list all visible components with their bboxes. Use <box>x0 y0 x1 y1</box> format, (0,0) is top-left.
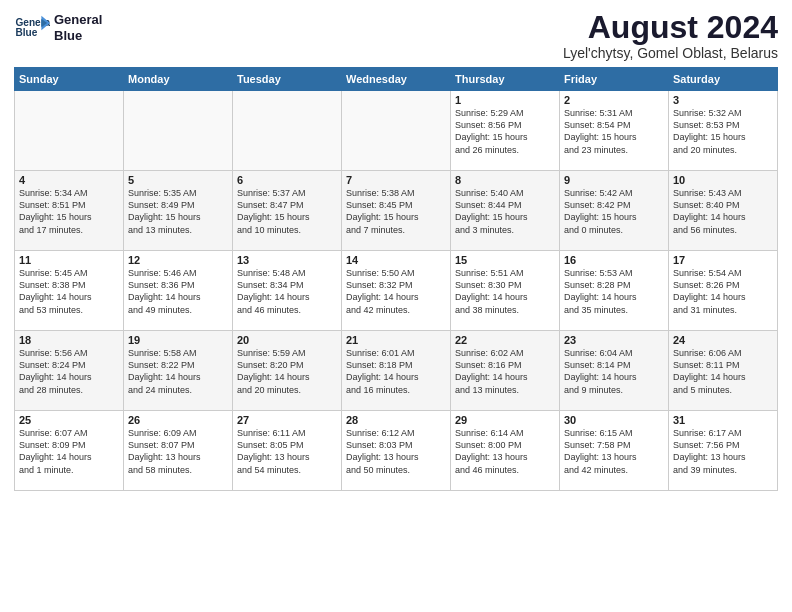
day-number: 16 <box>564 254 664 266</box>
calendar-cell: 10Sunrise: 5:43 AM Sunset: 8:40 PM Dayli… <box>669 171 778 251</box>
logo: General Blue General Blue <box>14 10 102 46</box>
calendar-page: General Blue General Blue August 2024 Ly… <box>0 0 792 612</box>
day-number: 23 <box>564 334 664 346</box>
calendar-table: SundayMondayTuesdayWednesdayThursdayFrid… <box>14 67 778 491</box>
cell-info: Sunrise: 6:07 AM Sunset: 8:09 PM Dayligh… <box>19 427 119 476</box>
cell-info: Sunrise: 5:31 AM Sunset: 8:54 PM Dayligh… <box>564 107 664 156</box>
day-number: 2 <box>564 94 664 106</box>
cell-info: Sunrise: 5:51 AM Sunset: 8:30 PM Dayligh… <box>455 267 555 316</box>
day-number: 4 <box>19 174 119 186</box>
calendar-cell: 14Sunrise: 5:50 AM Sunset: 8:32 PM Dayli… <box>342 251 451 331</box>
day-number: 28 <box>346 414 446 426</box>
calendar-cell: 19Sunrise: 5:58 AM Sunset: 8:22 PM Dayli… <box>124 331 233 411</box>
calendar-cell: 7Sunrise: 5:38 AM Sunset: 8:45 PM Daylig… <box>342 171 451 251</box>
cell-info: Sunrise: 5:50 AM Sunset: 8:32 PM Dayligh… <box>346 267 446 316</box>
calendar-cell: 6Sunrise: 5:37 AM Sunset: 8:47 PM Daylig… <box>233 171 342 251</box>
day-number: 20 <box>237 334 337 346</box>
title-block: August 2024 Lyel'chytsy, Gomel Oblast, B… <box>563 10 778 61</box>
cell-info: Sunrise: 5:56 AM Sunset: 8:24 PM Dayligh… <box>19 347 119 396</box>
cell-info: Sunrise: 6:12 AM Sunset: 8:03 PM Dayligh… <box>346 427 446 476</box>
column-header-sunday: Sunday <box>15 68 124 91</box>
calendar-cell: 5Sunrise: 5:35 AM Sunset: 8:49 PM Daylig… <box>124 171 233 251</box>
day-number: 14 <box>346 254 446 266</box>
cell-info: Sunrise: 5:35 AM Sunset: 8:49 PM Dayligh… <box>128 187 228 236</box>
day-number: 12 <box>128 254 228 266</box>
cell-info: Sunrise: 5:40 AM Sunset: 8:44 PM Dayligh… <box>455 187 555 236</box>
calendar-cell: 24Sunrise: 6:06 AM Sunset: 8:11 PM Dayli… <box>669 331 778 411</box>
day-number: 3 <box>673 94 773 106</box>
day-number: 7 <box>346 174 446 186</box>
logo-text: General Blue <box>54 12 102 43</box>
calendar-cell <box>233 91 342 171</box>
svg-text:Blue: Blue <box>15 27 37 38</box>
calendar-cell <box>342 91 451 171</box>
column-header-tuesday: Tuesday <box>233 68 342 91</box>
calendar-cell: 31Sunrise: 6:17 AM Sunset: 7:56 PM Dayli… <box>669 411 778 491</box>
calendar-cell: 17Sunrise: 5:54 AM Sunset: 8:26 PM Dayli… <box>669 251 778 331</box>
calendar-cell: 15Sunrise: 5:51 AM Sunset: 8:30 PM Dayli… <box>451 251 560 331</box>
column-header-saturday: Saturday <box>669 68 778 91</box>
cell-info: Sunrise: 6:14 AM Sunset: 8:00 PM Dayligh… <box>455 427 555 476</box>
calendar-cell: 12Sunrise: 5:46 AM Sunset: 8:36 PM Dayli… <box>124 251 233 331</box>
cell-info: Sunrise: 5:54 AM Sunset: 8:26 PM Dayligh… <box>673 267 773 316</box>
day-number: 10 <box>673 174 773 186</box>
cell-info: Sunrise: 6:11 AM Sunset: 8:05 PM Dayligh… <box>237 427 337 476</box>
calendar-cell: 2Sunrise: 5:31 AM Sunset: 8:54 PM Daylig… <box>560 91 669 171</box>
cell-info: Sunrise: 5:58 AM Sunset: 8:22 PM Dayligh… <box>128 347 228 396</box>
calendar-cell: 21Sunrise: 6:01 AM Sunset: 8:18 PM Dayli… <box>342 331 451 411</box>
cell-info: Sunrise: 5:48 AM Sunset: 8:34 PM Dayligh… <box>237 267 337 316</box>
cell-info: Sunrise: 6:15 AM Sunset: 7:58 PM Dayligh… <box>564 427 664 476</box>
day-number: 6 <box>237 174 337 186</box>
day-number: 13 <box>237 254 337 266</box>
column-header-friday: Friday <box>560 68 669 91</box>
cell-info: Sunrise: 6:09 AM Sunset: 8:07 PM Dayligh… <box>128 427 228 476</box>
day-number: 5 <box>128 174 228 186</box>
cell-info: Sunrise: 5:38 AM Sunset: 8:45 PM Dayligh… <box>346 187 446 236</box>
header-row: SundayMondayTuesdayWednesdayThursdayFrid… <box>15 68 778 91</box>
calendar-cell <box>15 91 124 171</box>
column-header-wednesday: Wednesday <box>342 68 451 91</box>
cell-info: Sunrise: 6:02 AM Sunset: 8:16 PM Dayligh… <box>455 347 555 396</box>
logo-icon: General Blue <box>14 10 50 46</box>
calendar-cell: 9Sunrise: 5:42 AM Sunset: 8:42 PM Daylig… <box>560 171 669 251</box>
day-number: 22 <box>455 334 555 346</box>
day-number: 25 <box>19 414 119 426</box>
calendar-cell <box>124 91 233 171</box>
day-number: 24 <box>673 334 773 346</box>
cell-info: Sunrise: 5:53 AM Sunset: 8:28 PM Dayligh… <box>564 267 664 316</box>
page-header: General Blue General Blue August 2024 Ly… <box>14 10 778 61</box>
cell-info: Sunrise: 5:59 AM Sunset: 8:20 PM Dayligh… <box>237 347 337 396</box>
calendar-cell: 23Sunrise: 6:04 AM Sunset: 8:14 PM Dayli… <box>560 331 669 411</box>
day-number: 9 <box>564 174 664 186</box>
calendar-cell: 28Sunrise: 6:12 AM Sunset: 8:03 PM Dayli… <box>342 411 451 491</box>
day-number: 26 <box>128 414 228 426</box>
cell-info: Sunrise: 5:45 AM Sunset: 8:38 PM Dayligh… <box>19 267 119 316</box>
calendar-cell: 27Sunrise: 6:11 AM Sunset: 8:05 PM Dayli… <box>233 411 342 491</box>
day-number: 11 <box>19 254 119 266</box>
cell-info: Sunrise: 5:37 AM Sunset: 8:47 PM Dayligh… <box>237 187 337 236</box>
calendar-cell: 18Sunrise: 5:56 AM Sunset: 8:24 PM Dayli… <box>15 331 124 411</box>
day-number: 18 <box>19 334 119 346</box>
calendar-cell: 13Sunrise: 5:48 AM Sunset: 8:34 PM Dayli… <box>233 251 342 331</box>
calendar-cell: 16Sunrise: 5:53 AM Sunset: 8:28 PM Dayli… <box>560 251 669 331</box>
calendar-cell: 11Sunrise: 5:45 AM Sunset: 8:38 PM Dayli… <box>15 251 124 331</box>
cell-info: Sunrise: 6:01 AM Sunset: 8:18 PM Dayligh… <box>346 347 446 396</box>
week-row-2: 4Sunrise: 5:34 AM Sunset: 8:51 PM Daylig… <box>15 171 778 251</box>
calendar-cell: 4Sunrise: 5:34 AM Sunset: 8:51 PM Daylig… <box>15 171 124 251</box>
main-title: August 2024 <box>563 10 778 45</box>
cell-info: Sunrise: 6:04 AM Sunset: 8:14 PM Dayligh… <box>564 347 664 396</box>
calendar-cell: 8Sunrise: 5:40 AM Sunset: 8:44 PM Daylig… <box>451 171 560 251</box>
calendar-cell: 1Sunrise: 5:29 AM Sunset: 8:56 PM Daylig… <box>451 91 560 171</box>
day-number: 30 <box>564 414 664 426</box>
week-row-5: 25Sunrise: 6:07 AM Sunset: 8:09 PM Dayli… <box>15 411 778 491</box>
day-number: 21 <box>346 334 446 346</box>
week-row-3: 11Sunrise: 5:45 AM Sunset: 8:38 PM Dayli… <box>15 251 778 331</box>
day-number: 27 <box>237 414 337 426</box>
calendar-cell: 26Sunrise: 6:09 AM Sunset: 8:07 PM Dayli… <box>124 411 233 491</box>
column-header-thursday: Thursday <box>451 68 560 91</box>
cell-info: Sunrise: 5:32 AM Sunset: 8:53 PM Dayligh… <box>673 107 773 156</box>
calendar-cell: 29Sunrise: 6:14 AM Sunset: 8:00 PM Dayli… <box>451 411 560 491</box>
column-header-monday: Monday <box>124 68 233 91</box>
cell-info: Sunrise: 5:42 AM Sunset: 8:42 PM Dayligh… <box>564 187 664 236</box>
cell-info: Sunrise: 6:06 AM Sunset: 8:11 PM Dayligh… <box>673 347 773 396</box>
